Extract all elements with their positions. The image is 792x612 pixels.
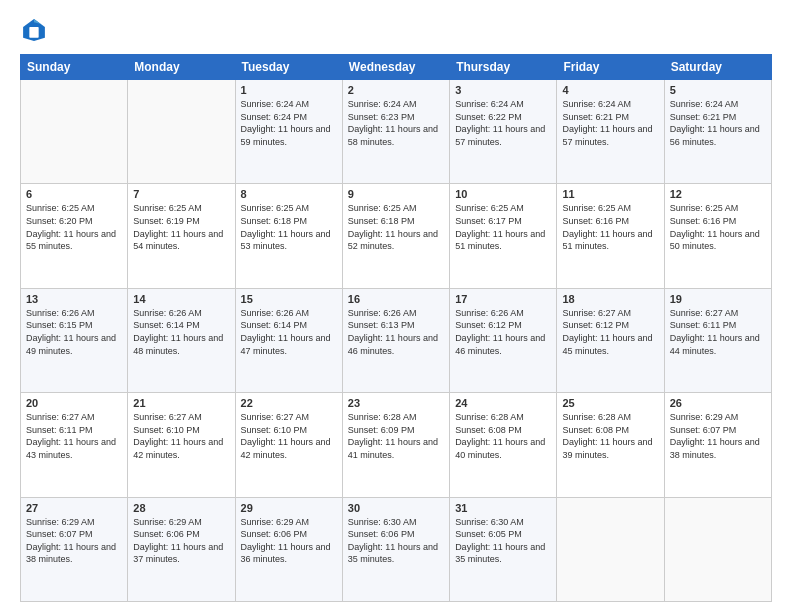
day-number: 28	[133, 502, 229, 514]
day-info: Sunrise: 6:24 AM Sunset: 6:21 PM Dayligh…	[562, 98, 658, 148]
calendar-cell: 12Sunrise: 6:25 AM Sunset: 6:16 PM Dayli…	[664, 184, 771, 288]
calendar-cell: 22Sunrise: 6:27 AM Sunset: 6:10 PM Dayli…	[235, 393, 342, 497]
day-info: Sunrise: 6:30 AM Sunset: 6:05 PM Dayligh…	[455, 516, 551, 566]
day-number: 3	[455, 84, 551, 96]
header-cell-friday: Friday	[557, 55, 664, 80]
day-info: Sunrise: 6:26 AM Sunset: 6:14 PM Dayligh…	[133, 307, 229, 357]
day-number: 14	[133, 293, 229, 305]
calendar-cell	[664, 497, 771, 601]
header-cell-thursday: Thursday	[450, 55, 557, 80]
calendar-cell: 21Sunrise: 6:27 AM Sunset: 6:10 PM Dayli…	[128, 393, 235, 497]
calendar-cell: 26Sunrise: 6:29 AM Sunset: 6:07 PM Dayli…	[664, 393, 771, 497]
day-info: Sunrise: 6:24 AM Sunset: 6:22 PM Dayligh…	[455, 98, 551, 148]
week-row-5: 27Sunrise: 6:29 AM Sunset: 6:07 PM Dayli…	[21, 497, 772, 601]
day-info: Sunrise: 6:26 AM Sunset: 6:14 PM Dayligh…	[241, 307, 337, 357]
calendar-cell: 18Sunrise: 6:27 AM Sunset: 6:12 PM Dayli…	[557, 288, 664, 392]
calendar-cell: 23Sunrise: 6:28 AM Sunset: 6:09 PM Dayli…	[342, 393, 449, 497]
header-row: SundayMondayTuesdayWednesdayThursdayFrid…	[21, 55, 772, 80]
day-number: 30	[348, 502, 444, 514]
calendar-cell: 31Sunrise: 6:30 AM Sunset: 6:05 PM Dayli…	[450, 497, 557, 601]
calendar-cell: 30Sunrise: 6:30 AM Sunset: 6:06 PM Dayli…	[342, 497, 449, 601]
day-number: 4	[562, 84, 658, 96]
week-row-2: 6Sunrise: 6:25 AM Sunset: 6:20 PM Daylig…	[21, 184, 772, 288]
day-info: Sunrise: 6:28 AM Sunset: 6:09 PM Dayligh…	[348, 411, 444, 461]
day-info: Sunrise: 6:25 AM Sunset: 6:18 PM Dayligh…	[348, 202, 444, 252]
day-number: 18	[562, 293, 658, 305]
day-info: Sunrise: 6:28 AM Sunset: 6:08 PM Dayligh…	[455, 411, 551, 461]
calendar-cell: 28Sunrise: 6:29 AM Sunset: 6:06 PM Dayli…	[128, 497, 235, 601]
day-number: 12	[670, 188, 766, 200]
day-number: 5	[670, 84, 766, 96]
day-number: 9	[348, 188, 444, 200]
week-row-1: 1Sunrise: 6:24 AM Sunset: 6:24 PM Daylig…	[21, 80, 772, 184]
day-info: Sunrise: 6:29 AM Sunset: 6:07 PM Dayligh…	[26, 516, 122, 566]
day-number: 29	[241, 502, 337, 514]
calendar-cell: 2Sunrise: 6:24 AM Sunset: 6:23 PM Daylig…	[342, 80, 449, 184]
svg-rect-2	[29, 27, 38, 38]
day-number: 23	[348, 397, 444, 409]
day-number: 2	[348, 84, 444, 96]
calendar-cell: 11Sunrise: 6:25 AM Sunset: 6:16 PM Dayli…	[557, 184, 664, 288]
calendar-cell: 29Sunrise: 6:29 AM Sunset: 6:06 PM Dayli…	[235, 497, 342, 601]
calendar-body: 1Sunrise: 6:24 AM Sunset: 6:24 PM Daylig…	[21, 80, 772, 602]
day-info: Sunrise: 6:25 AM Sunset: 6:18 PM Dayligh…	[241, 202, 337, 252]
day-info: Sunrise: 6:27 AM Sunset: 6:11 PM Dayligh…	[670, 307, 766, 357]
day-info: Sunrise: 6:25 AM Sunset: 6:20 PM Dayligh…	[26, 202, 122, 252]
calendar-cell: 8Sunrise: 6:25 AM Sunset: 6:18 PM Daylig…	[235, 184, 342, 288]
day-number: 27	[26, 502, 122, 514]
day-number: 21	[133, 397, 229, 409]
day-info: Sunrise: 6:25 AM Sunset: 6:16 PM Dayligh…	[562, 202, 658, 252]
calendar-cell: 6Sunrise: 6:25 AM Sunset: 6:20 PM Daylig…	[21, 184, 128, 288]
day-number: 22	[241, 397, 337, 409]
day-info: Sunrise: 6:26 AM Sunset: 6:12 PM Dayligh…	[455, 307, 551, 357]
day-info: Sunrise: 6:24 AM Sunset: 6:21 PM Dayligh…	[670, 98, 766, 148]
header-cell-saturday: Saturday	[664, 55, 771, 80]
day-number: 1	[241, 84, 337, 96]
day-info: Sunrise: 6:28 AM Sunset: 6:08 PM Dayligh…	[562, 411, 658, 461]
calendar-table: SundayMondayTuesdayWednesdayThursdayFrid…	[20, 54, 772, 602]
day-info: Sunrise: 6:29 AM Sunset: 6:06 PM Dayligh…	[133, 516, 229, 566]
day-number: 20	[26, 397, 122, 409]
day-info: Sunrise: 6:24 AM Sunset: 6:24 PM Dayligh…	[241, 98, 337, 148]
header	[20, 16, 772, 44]
day-info: Sunrise: 6:27 AM Sunset: 6:11 PM Dayligh…	[26, 411, 122, 461]
day-number: 13	[26, 293, 122, 305]
day-info: Sunrise: 6:27 AM Sunset: 6:10 PM Dayligh…	[241, 411, 337, 461]
calendar-cell: 14Sunrise: 6:26 AM Sunset: 6:14 PM Dayli…	[128, 288, 235, 392]
calendar-cell: 15Sunrise: 6:26 AM Sunset: 6:14 PM Dayli…	[235, 288, 342, 392]
day-number: 25	[562, 397, 658, 409]
calendar-cell: 7Sunrise: 6:25 AM Sunset: 6:19 PM Daylig…	[128, 184, 235, 288]
day-number: 15	[241, 293, 337, 305]
week-row-3: 13Sunrise: 6:26 AM Sunset: 6:15 PM Dayli…	[21, 288, 772, 392]
day-info: Sunrise: 6:26 AM Sunset: 6:13 PM Dayligh…	[348, 307, 444, 357]
day-info: Sunrise: 6:27 AM Sunset: 6:10 PM Dayligh…	[133, 411, 229, 461]
day-info: Sunrise: 6:25 AM Sunset: 6:17 PM Dayligh…	[455, 202, 551, 252]
day-number: 17	[455, 293, 551, 305]
logo-icon	[20, 16, 48, 44]
day-number: 19	[670, 293, 766, 305]
day-number: 16	[348, 293, 444, 305]
calendar-cell	[128, 80, 235, 184]
day-info: Sunrise: 6:29 AM Sunset: 6:06 PM Dayligh…	[241, 516, 337, 566]
day-info: Sunrise: 6:30 AM Sunset: 6:06 PM Dayligh…	[348, 516, 444, 566]
calendar-cell: 5Sunrise: 6:24 AM Sunset: 6:21 PM Daylig…	[664, 80, 771, 184]
calendar-cell: 24Sunrise: 6:28 AM Sunset: 6:08 PM Dayli…	[450, 393, 557, 497]
calendar-cell: 13Sunrise: 6:26 AM Sunset: 6:15 PM Dayli…	[21, 288, 128, 392]
calendar-cell	[21, 80, 128, 184]
day-info: Sunrise: 6:25 AM Sunset: 6:16 PM Dayligh…	[670, 202, 766, 252]
calendar-header: SundayMondayTuesdayWednesdayThursdayFrid…	[21, 55, 772, 80]
header-cell-wednesday: Wednesday	[342, 55, 449, 80]
calendar-cell: 17Sunrise: 6:26 AM Sunset: 6:12 PM Dayli…	[450, 288, 557, 392]
day-info: Sunrise: 6:26 AM Sunset: 6:15 PM Dayligh…	[26, 307, 122, 357]
calendar-cell: 16Sunrise: 6:26 AM Sunset: 6:13 PM Dayli…	[342, 288, 449, 392]
day-number: 7	[133, 188, 229, 200]
page: SundayMondayTuesdayWednesdayThursdayFrid…	[0, 0, 792, 612]
day-number: 11	[562, 188, 658, 200]
day-number: 10	[455, 188, 551, 200]
day-number: 6	[26, 188, 122, 200]
calendar-cell: 9Sunrise: 6:25 AM Sunset: 6:18 PM Daylig…	[342, 184, 449, 288]
header-cell-monday: Monday	[128, 55, 235, 80]
calendar-cell: 1Sunrise: 6:24 AM Sunset: 6:24 PM Daylig…	[235, 80, 342, 184]
calendar-cell: 3Sunrise: 6:24 AM Sunset: 6:22 PM Daylig…	[450, 80, 557, 184]
day-info: Sunrise: 6:27 AM Sunset: 6:12 PM Dayligh…	[562, 307, 658, 357]
